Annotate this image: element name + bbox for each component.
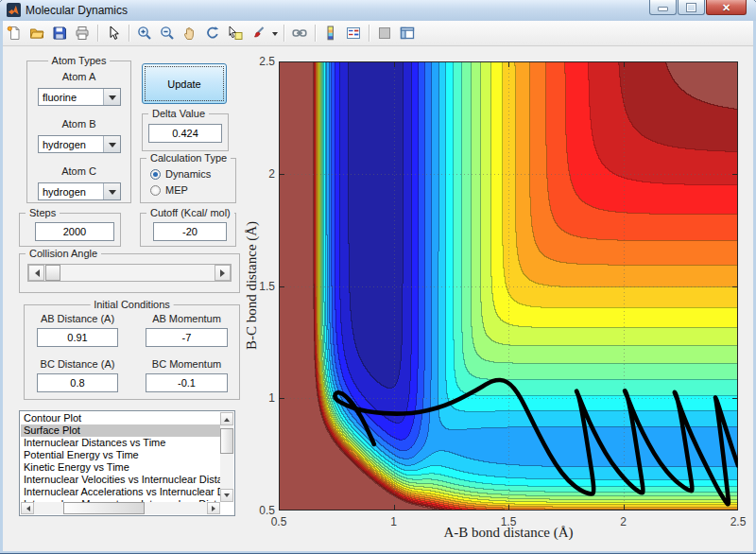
bc-distance-field[interactable] [37,373,118,392]
toolbar-separator [97,25,98,42]
scroll-down-icon[interactable] [220,489,233,502]
radio-selected-icon[interactable] [150,169,161,180]
plot-type-listbox[interactable]: Contour PlotSurface PlotInternuclear Dis… [19,410,235,516]
plot-list-item[interactable]: Internuclear Accelerations vs Internucle… [21,486,220,498]
atom-c-label: Atom C [27,165,130,177]
print-icon [75,26,90,41]
pan-button[interactable] [179,22,201,44]
update-button[interactable]: Update [142,63,227,104]
title-bar[interactable]: Molecular Dynamics ✕ [0,0,756,22]
y-tick-label: 1 [247,391,275,405]
chevron-down-icon[interactable] [103,183,120,199]
brush-dropdown-button[interactable] [269,23,280,43]
pointer-button[interactable] [102,22,125,44]
close-button[interactable]: ✕ [706,0,747,15]
chevron-down-icon[interactable] [103,136,120,152]
delta-value-title: Delta Value [148,108,209,119]
zoom-in-button[interactable] [133,22,156,44]
bc-momentum-field[interactable] [146,373,228,392]
vscroll-thumb[interactable] [220,428,233,454]
calc-option-mep[interactable]: MEP [150,184,188,196]
show-plot-tools-icon [400,26,415,41]
delta-value-panel: Delta Value [142,113,229,151]
brush-icon [250,26,266,41]
hscroll-thumb[interactable] [63,502,145,514]
atom-b-dropdown[interactable]: hydrogen [38,135,121,153]
y-tick-label: 2.5 [247,55,275,68]
maximize-button[interactable] [678,0,705,15]
toolbar-separator [284,25,284,42]
minimize-button[interactable] [649,0,677,15]
ab-momentum-field[interactable] [146,328,228,347]
radio-unselected-icon[interactable] [150,185,161,196]
initial-conditions-panel: Initial Conditions AB Distance (A) AB Mo… [24,304,240,400]
steps-field[interactable] [35,222,114,241]
open-folder-icon [29,26,44,41]
initial-conditions-title: Initial Conditions [90,299,174,310]
pan-icon [182,26,198,41]
calc-option-label: Dynamics [165,168,211,180]
ab-distance-label: AB Distance (A) [37,313,118,324]
scroll-left-icon[interactable] [21,502,34,514]
ab-distance-field[interactable] [37,328,118,347]
cutoff-field[interactable] [153,222,227,241]
plot-list-item[interactable]: Kinetic Energy vs Time [21,461,220,474]
listbox-vscrollbar[interactable] [220,412,233,502]
plot-list-item[interactable]: Contour Plot [21,412,220,424]
link-plot-button[interactable] [288,22,311,44]
slider-left-arrow-icon[interactable] [28,265,44,281]
chevron-down-icon[interactable] [103,89,120,105]
x-tick-label: 1 [390,515,397,528]
steps-panel: Steps [19,213,121,247]
calc-option-label: MEP [165,184,188,196]
contour-plot-canvas[interactable] [279,61,738,511]
plot-list-item[interactable]: Surface Plot [21,424,220,437]
steps-title: Steps [26,207,60,218]
listbox-hscrollbar[interactable] [21,502,220,514]
insert-legend-button[interactable] [342,22,365,44]
maximize-icon [686,3,696,12]
calculation-type-panel: Calculation Type DynamicsMEP [140,158,236,203]
slider-thumb[interactable] [45,265,60,281]
zoom-in-icon [137,26,152,41]
save-button[interactable] [48,22,71,44]
matlab-app-icon [7,3,21,17]
atom-a-dropdown[interactable]: fluorine [38,88,121,106]
ab-momentum-label: AB Momentum [146,313,228,324]
atom-types-panel: Atom Types Atom A fluorine Atom B hydrog… [26,61,131,203]
scroll-up-icon[interactable] [220,412,233,425]
atom-a-label: Atom A [27,71,130,82]
x-tick-label: 0.5 [271,515,287,528]
figure-toolbar [3,21,753,46]
hide-plot-tools-button[interactable] [373,22,396,44]
y-tick-label: 0.5 [247,504,275,517]
app-window: Molecular Dynamics ✕ Atom Types Atom A f… [0,0,756,554]
save-icon [52,26,67,41]
print-button[interactable] [71,22,94,44]
plot-list-item[interactable]: Potential Energy vs Time [21,449,220,461]
open-folder-button[interactable] [26,22,48,44]
calc-option-dynamics[interactable]: Dynamics [150,168,211,180]
bc-momentum-label: BC Momentum [146,358,228,370]
new-file-icon [7,26,22,41]
delta-value-field[interactable] [148,124,222,143]
atom-c-dropdown[interactable]: hydrogen [38,182,121,200]
slider-right-arrow-icon[interactable] [215,265,231,281]
atom-b-label: Atom B [27,118,130,130]
collision-angle-slider[interactable] [27,264,232,282]
scroll-right-icon[interactable] [207,502,220,514]
insert-colorbar-icon [323,26,338,41]
insert-colorbar-button[interactable] [319,22,342,44]
toolbar-separator [315,25,316,42]
rotate-3d-button[interactable] [201,22,224,44]
brush-button[interactable] [247,22,269,44]
cutoff-panel: Cutoff (Kcal/ mol) [140,213,236,247]
plot-list-item[interactable]: Internuclear Velocities vs Internuclear … [21,474,220,486]
data-cursor-button[interactable] [224,22,247,44]
minimize-icon [658,7,668,11]
show-plot-tools-button[interactable] [396,22,419,44]
new-file-button[interactable] [3,22,26,44]
zoom-out-button[interactable] [156,22,179,44]
plot-list-item[interactable]: Internuclear Distances vs Time [21,437,220,449]
cutoff-title: Cutoff (Kcal/ mol) [146,207,234,218]
